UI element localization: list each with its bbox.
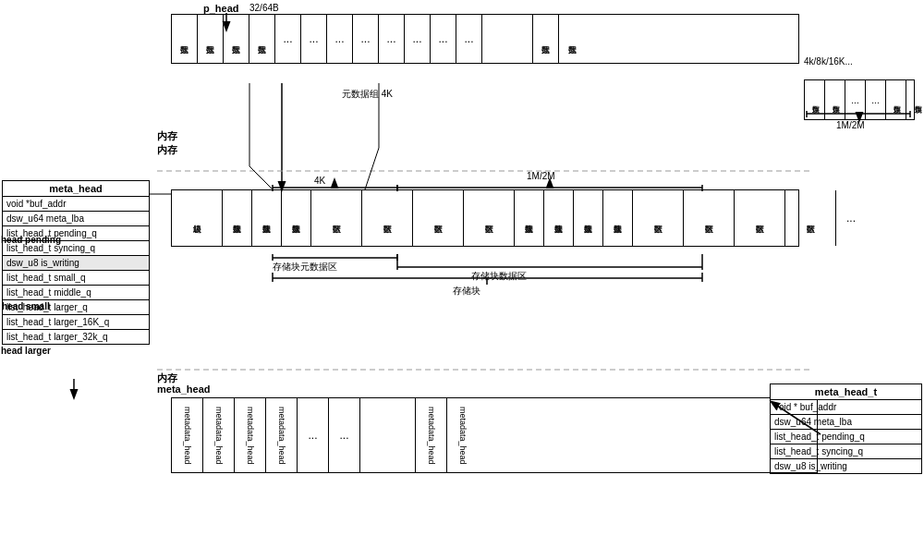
top-cell-dots8: ... bbox=[456, 15, 482, 63]
meta-head-t-row-4: dsw_u8 is_writing bbox=[771, 459, 921, 473]
mid-cell-super: 超级块 bbox=[172, 190, 223, 246]
storage-data-area-label: 存储块数据区 bbox=[471, 270, 527, 283]
mid-cell-data3: 数据区 bbox=[464, 190, 515, 246]
meta-head-bot-label: meta_head bbox=[157, 383, 210, 395]
top-cell-last2: 元数据 bbox=[559, 15, 585, 63]
top-cell-2: 元数据 bbox=[224, 15, 249, 63]
top-cell-0: 元数据 bbox=[172, 15, 198, 63]
bot-cell-4: metadata_head bbox=[416, 398, 447, 472]
meta-head-row-4: dsw_u8 is_writing bbox=[3, 256, 149, 271]
diagram-container: p_head 32/64B 元数据 元数据 元数据 元数据 ... ... ..… bbox=[0, 0, 924, 560]
bot-cell-3: metadata_head bbox=[266, 398, 298, 472]
bot-cell-dots2: ... bbox=[329, 398, 360, 472]
top-cell-dots2: ... bbox=[301, 15, 327, 63]
meta-head-row-0: void *buf_addr bbox=[3, 197, 149, 212]
right-cell-1: 数据块 bbox=[825, 80, 845, 119]
meta-head-row-1: dsw_u64 meta_lba bbox=[3, 212, 149, 226]
mid-cell-meta6: 元数据块 bbox=[603, 190, 633, 246]
meta-head-title: meta_head bbox=[3, 181, 149, 197]
dim-1m-2m-right-label: 1M/2M bbox=[836, 120, 865, 130]
dim-32-64b-label: 32/64B bbox=[249, 3, 279, 13]
bot-cell-0: metadata_head bbox=[172, 398, 203, 472]
meta-head-row-8: list_head_t larger_16K_q bbox=[3, 315, 149, 330]
memory-label-1: 内存 bbox=[157, 129, 177, 143]
meta-head-row-6: list_head_t middle_q bbox=[3, 286, 149, 300]
mid-cell-data4: 数据区 bbox=[633, 190, 684, 246]
head-small-label: head small bbox=[2, 301, 50, 311]
meta-head-row-9: list_head_t larger_32k_q bbox=[3, 330, 149, 344]
svg-line-30 bbox=[249, 166, 273, 189]
p-head-label: p_head bbox=[203, 3, 239, 14]
right-cell-0: 数据块 bbox=[805, 80, 825, 119]
mid-cell-meta4: 元数据块 bbox=[544, 190, 574, 246]
mid-cell-meta5: 元数据块 bbox=[574, 190, 603, 246]
mid-cell-data0: 数据区 bbox=[311, 190, 362, 246]
meta-head-table: meta_head void *buf_addr dsw_u64 meta_lb… bbox=[2, 180, 150, 345]
mid-cell-data2: 数据区 bbox=[413, 190, 464, 246]
dim-4k-label: 4K bbox=[314, 176, 325, 186]
dim-1m-2m-mid-label: 1M/2M bbox=[527, 171, 555, 181]
meta-head-t-table: meta_head_t void * buf_addr dsw_u64 meta… bbox=[770, 383, 922, 474]
top-cell-1: 元数据 bbox=[198, 15, 224, 63]
top-cell-dots3: ... bbox=[327, 15, 353, 63]
top-array: 元数据 元数据 元数据 元数据 ... ... ... ... ... ... … bbox=[171, 14, 799, 64]
top-cell-dots7: ... bbox=[431, 15, 456, 63]
memory-label-2: 内存 bbox=[157, 143, 177, 157]
right-cell-dots1: ... bbox=[845, 80, 866, 119]
mid-cell-dots: ... bbox=[836, 190, 866, 246]
bot-array: metadata_head metadata_head metadata_hea… bbox=[171, 397, 818, 473]
bot-cell-5: metadata_head bbox=[447, 398, 479, 472]
mid-cell-meta2: 元数据块 bbox=[282, 190, 311, 246]
meta-head-t-title: meta_head_t bbox=[771, 384, 921, 400]
meta-group-label: 元数据组 4K bbox=[342, 88, 393, 101]
meta-head-t-row-1: dsw_u64 meta_lba bbox=[771, 415, 921, 430]
right-cell-2: 数据块 bbox=[886, 80, 906, 119]
head-pending-label: head pending bbox=[1, 235, 61, 245]
top-cell-last1: 元数据 bbox=[533, 15, 559, 63]
mid-cell-data7: 数据区 bbox=[785, 190, 836, 246]
top-cell-dots6: ... bbox=[405, 15, 431, 63]
right-array: 4k/8k/16K... 数据块 数据块 ... ... 数据块 数据块 bbox=[804, 69, 915, 120]
top-cell-dots5: ... bbox=[379, 15, 405, 63]
meta-head-t-row-0: void * buf_addr bbox=[771, 400, 921, 415]
bot-cell-dots3 bbox=[360, 398, 416, 472]
right-cell-3: 数据块 bbox=[906, 80, 924, 119]
mid-cell-meta1: 元数据块 bbox=[252, 190, 282, 246]
mid-cell-data1: 数据区 bbox=[362, 190, 413, 246]
meta-head-t-row-3: list_head_t syncing_q bbox=[771, 444, 921, 459]
meta-head-row-5: list_head_t small_q bbox=[3, 271, 149, 286]
storage-block-label: 存储块 bbox=[453, 285, 480, 298]
mid-block: 超级块 元数据块 元数据块 元数据块 数据区 数据区 数据区 数据区 元数据块 … bbox=[171, 189, 799, 247]
meta-head-t-row-2: list_head_t pending_q bbox=[771, 430, 921, 444]
storage-meta-area-label: 存储块元数据区 bbox=[273, 261, 337, 274]
bot-cell-1: metadata_head bbox=[203, 398, 235, 472]
mid-cell-meta3: 元数据块 bbox=[515, 190, 544, 246]
top-cell-3: 元数据 bbox=[249, 15, 275, 63]
right-cell-dots2: ... bbox=[866, 80, 886, 119]
mid-cell-data6: 数据区 bbox=[735, 190, 785, 246]
top-cell-dots4: ... bbox=[353, 15, 379, 63]
dim-4k-8k-label: 4k/8k/16K... bbox=[804, 56, 915, 67]
mid-cell-data5: 数据区 bbox=[684, 190, 735, 246]
top-cell-dots9 bbox=[482, 15, 533, 63]
head-larger-label: head larger bbox=[1, 346, 51, 356]
bot-cell-dots1: ... bbox=[298, 398, 329, 472]
top-cell-dots1: ... bbox=[275, 15, 301, 63]
mid-cell-meta0: 元数据块 bbox=[223, 190, 252, 246]
svg-line-32 bbox=[365, 148, 379, 189]
bot-cell-2: metadata_head bbox=[235, 398, 266, 472]
